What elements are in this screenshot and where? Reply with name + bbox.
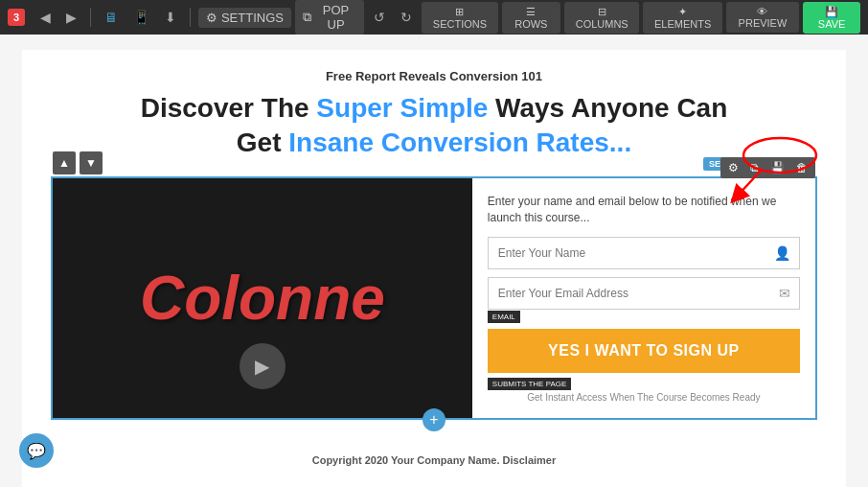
free-report-text: Free Report Reveals Conversion 101 bbox=[51, 69, 817, 83]
settings-button[interactable]: ⚙ SETTINGS bbox=[198, 8, 291, 28]
form-column: SETTINGS ⚙ ⧉ 💾 🗑 E bbox=[472, 178, 815, 419]
sections-button[interactable]: ⊞ SECTIONS bbox=[422, 2, 498, 34]
separator bbox=[90, 8, 91, 27]
access-text: Get Instant Access When The Course Becom… bbox=[488, 392, 800, 403]
headline-text1: Discover The bbox=[141, 93, 317, 123]
page-content: Free Report Reveals Conversion 101 Disco… bbox=[22, 50, 846, 487]
settings-label: SETTINGS bbox=[221, 11, 284, 25]
settings-icon: ⚙ bbox=[206, 11, 217, 25]
free-report-rest: Reveals Conversion 101 bbox=[396, 69, 542, 83]
desktop-view-button[interactable]: 🖥 bbox=[99, 8, 124, 27]
headline-text2: Get bbox=[237, 128, 288, 157]
separator2 bbox=[190, 8, 191, 27]
settings-copy-button[interactable]: ⧉ bbox=[746, 159, 763, 176]
video-column: Colonne ▶ bbox=[53, 178, 472, 419]
back-button[interactable]: ◀ bbox=[34, 8, 57, 27]
rows-button[interactable]: ☰ ROWS bbox=[502, 2, 560, 34]
form-description: Enter your name and email below to be no… bbox=[488, 194, 800, 226]
free-report-bold: Free Report bbox=[326, 69, 396, 83]
submits-label-wrap: SUBMITS THE PAGE bbox=[488, 373, 572, 390]
settings-toolbar: ⚙ ⧉ 💾 🗑 bbox=[720, 157, 815, 178]
toolbar-right: ⊞ SECTIONS ☰ ROWS ⊟ COLUMNS ✦ ELEMENTS 👁… bbox=[422, 2, 860, 34]
copyright-bold: Copyright 2020 Your Company Name. bbox=[312, 454, 500, 466]
play-button[interactable]: ▶ bbox=[240, 343, 286, 389]
main-area: Free Report Reveals Conversion 101 Disco… bbox=[0, 35, 868, 487]
mobile-view-button[interactable]: 📱 bbox=[127, 8, 155, 27]
forward-button[interactable]: ▶ bbox=[60, 8, 82, 27]
headline-blue1: Super Simple bbox=[316, 93, 488, 123]
move-up-button[interactable]: ▲ bbox=[53, 151, 76, 174]
email-input-wrap: ✉ EMAIL bbox=[488, 277, 800, 310]
copyright-rest: Disclaimer bbox=[500, 454, 557, 466]
logo[interactable]: 3 bbox=[8, 9, 25, 26]
email-label: EMAIL bbox=[488, 311, 520, 323]
popup-label: POP UP bbox=[315, 3, 356, 32]
cta-button[interactable]: YES I WANT TO SIGN UP bbox=[488, 329, 800, 373]
popup-button[interactable]: ⧉ POP UP bbox=[295, 0, 364, 35]
save-button[interactable]: 💾 SAVE bbox=[803, 2, 860, 34]
elements-button[interactable]: ✦ ELEMENTS bbox=[643, 2, 721, 34]
toolbar: 3 ◀ ▶ 🖥 📱 ⬇ ⚙ SETTINGS ⧉ POP UP ↺ ↻ ⊞ SE… bbox=[0, 0, 868, 35]
user-icon: 👤 bbox=[774, 245, 790, 261]
columns-button[interactable]: ⊟ COLUMNS bbox=[564, 2, 640, 34]
popup-icon: ⧉ bbox=[303, 10, 311, 25]
redo-button[interactable]: ↻ bbox=[395, 8, 418, 27]
copyright: Copyright 2020 Your Company Name. Discla… bbox=[51, 454, 817, 466]
settings-save-button[interactable]: 💾 bbox=[766, 159, 788, 176]
settings-gear-button[interactable]: ⚙ bbox=[724, 159, 742, 176]
headline: Discover The Super Simple Ways Anyone Ca… bbox=[51, 91, 817, 161]
email-input[interactable] bbox=[488, 277, 800, 310]
settings-delete-button[interactable]: 🗑 bbox=[792, 159, 811, 176]
cta-wrap: YES I WANT TO SIGN UP SUBMITS THE PAGE bbox=[488, 329, 800, 373]
submits-label: SUBMITS THE PAGE bbox=[488, 378, 572, 390]
add-column-button[interactable]: + bbox=[423, 408, 445, 431]
two-col-section: ▲ ▼ Colonne ▶ SETTINGS ⚙ ⧉ 💾 🗑 bbox=[51, 176, 817, 421]
email-icon: ✉ bbox=[779, 286, 790, 301]
video-overlay-text: Colonne bbox=[140, 263, 385, 334]
headline-text1-end: Ways Anyone Can bbox=[488, 93, 727, 123]
name-input-wrap: 👤 bbox=[488, 237, 800, 269]
column-arrows: ▲ ▼ bbox=[53, 151, 103, 174]
preview-mode-button[interactable]: ⬇ bbox=[159, 8, 182, 27]
chat-bubble[interactable]: 💬 bbox=[19, 433, 54, 468]
move-down-button[interactable]: ▼ bbox=[80, 151, 103, 174]
preview-button[interactable]: 👁 PREVIEW bbox=[726, 2, 800, 33]
name-input[interactable] bbox=[488, 237, 800, 269]
undo-button[interactable]: ↺ bbox=[368, 8, 391, 27]
headline-blue2: Insane Conversion Rates... bbox=[288, 128, 631, 157]
